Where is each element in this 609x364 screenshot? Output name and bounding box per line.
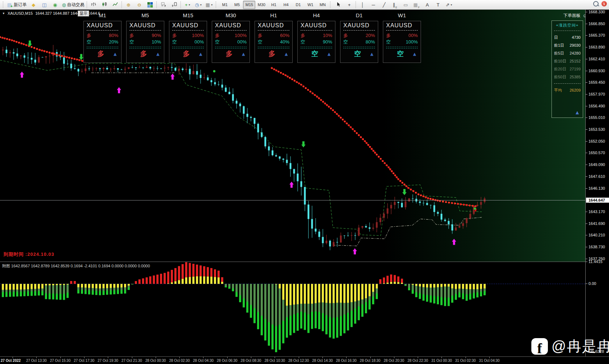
equidistant-channel-button[interactable]: ∥E — [389, 1, 400, 9]
signal-panel-w1: XAUUSD多00%空100%空▲ — [383, 21, 421, 63]
vertical-line-button[interactable]: │ — [357, 1, 368, 9]
symbol-period: XAUUSD,M15 — [8, 11, 33, 15]
notification-badge[interactable]: 1 — [601, 1, 607, 6]
timeframe-button-m15[interactable]: M15 — [243, 1, 255, 9]
histogram-canvas[interactable] — [0, 262, 585, 356]
long-pct: 10% — [323, 32, 332, 39]
collapse-triangle-icon[interactable]: ▼ — [2, 12, 5, 15]
label-button[interactable]: T — [432, 1, 443, 9]
cursor-button[interactable] — [333, 1, 344, 9]
short-pct: 100% — [406, 39, 418, 45]
time-label: 27 Oct 15:30 — [50, 359, 70, 363]
horizontal-line-button[interactable]: ─ — [368, 1, 379, 9]
indicator-tick: 0.00 — [589, 281, 596, 286]
panel-timeframe-label: W1 — [383, 12, 421, 18]
short-row: 空00% — [172, 39, 204, 45]
timeframe-button-h4[interactable]: H4 — [280, 1, 292, 9]
bar-chart-button[interactable] — [88, 1, 99, 9]
indicator-pane[interactable] — [0, 262, 585, 356]
indicators-button[interactable]: +▾ — [182, 1, 193, 9]
divider — [215, 30, 247, 31]
zoom-out-button[interactable]: ⊖ — [134, 1, 145, 9]
candlestick-chart-button[interactable] — [99, 1, 110, 9]
current-price-badge: 1644.647 — [586, 198, 609, 203]
price-tick: 1655.010 — [589, 115, 605, 120]
fibonacci-button[interactable]: ▦F — [411, 1, 422, 9]
timeframe-button-m1[interactable]: M1 — [219, 1, 231, 9]
timeframe-button-w1[interactable]: W1 — [304, 1, 316, 9]
timeframe-button-d1[interactable]: D1 — [292, 1, 304, 9]
templates-button[interactable]: ▦▾ — [203, 1, 214, 9]
signal-row: 多▲ — [215, 49, 247, 58]
arrows-button[interactable]: ⇗▾ — [443, 1, 454, 9]
auto-trading-button[interactable]: ◍自动交易 — [60, 1, 86, 9]
crosshair-button[interactable]: + — [344, 1, 354, 9]
time-tick — [108, 357, 108, 358]
new-order-button[interactable]: ▤+新订单 — [6, 1, 28, 9]
long-row: 多20% — [343, 32, 375, 39]
panel-triangle-icon[interactable]: ▲ — [198, 51, 203, 57]
panel-triangle-icon[interactable]: ▲ — [369, 51, 374, 57]
text-button[interactable]: A — [422, 1, 432, 9]
zoom-in-button[interactable]: ⊕ — [123, 1, 134, 9]
trendline-button[interactable]: ╱ — [379, 1, 389, 9]
time-label: 28 Oct 04:30 — [193, 359, 214, 363]
time-label: 28 Oct 20:30 — [384, 359, 404, 363]
panel-timeframe-label: M30 — [212, 12, 250, 18]
toolbar-separator — [156, 1, 157, 8]
time-label: 31 Oct 02:30 — [455, 359, 476, 363]
signal-panel-m5: XAUUSD多90%空10%多▲ — [126, 21, 164, 63]
time-tick — [370, 357, 371, 358]
panel-triangle-icon[interactable]: ▲ — [284, 51, 289, 57]
range-label: 前50日 — [554, 73, 566, 81]
timeframe-button-mn[interactable]: MN — [316, 1, 329, 9]
periods-button[interactable]: ◷▾ — [193, 1, 203, 9]
timeframe-button-h1[interactable]: H1 — [267, 1, 280, 9]
order-panel-button[interactable]: 下单面板 ☺ — [563, 13, 587, 19]
rectangle-button[interactable]: ▭ — [400, 1, 411, 9]
chart-shift-button[interactable] — [169, 1, 179, 9]
watermark: f @冉是冉 — [531, 336, 609, 356]
long-label: 多 — [172, 32, 177, 39]
data-window-button[interactable]: ◫ — [39, 1, 50, 9]
search-icon[interactable] — [593, 1, 599, 6]
panel-triangle-icon[interactable]: ▲ — [113, 51, 118, 57]
panel-symbol: XAUUSD — [386, 22, 418, 29]
panel-timeframe-label: D1 — [340, 12, 378, 18]
panel-triangle-icon[interactable]: ▲ — [241, 51, 246, 57]
timeframe-button-m30[interactable]: M30 — [255, 1, 267, 9]
short-row: 空40% — [258, 39, 289, 45]
panel-triangle-icon[interactable]: ▲ — [574, 109, 580, 115]
short-pct: 00% — [194, 39, 204, 45]
market-watch-button[interactable]: ◆ — [28, 1, 39, 9]
tile-windows-button[interactable] — [145, 1, 155, 9]
panel-triangle-icon[interactable]: ▲ — [155, 51, 160, 57]
time-tick — [13, 357, 13, 358]
divider — [554, 31, 581, 31]
price-tick: 1657.970 — [589, 92, 605, 96]
time-label: 28 Oct 10:30 — [265, 359, 285, 363]
signal-value: 多 — [97, 49, 104, 59]
short-row: 空00% — [215, 39, 247, 45]
price-tick: 1647.610 — [589, 174, 605, 179]
chevron-down-icon: ▾ — [450, 3, 452, 6]
time-axis[interactable]: 27 Oct 202227 Oct 13:3027 Oct 15:3027 Oc… — [0, 356, 609, 364]
divider — [386, 47, 418, 49]
signal-panel-d1: XAUUSD多20%空80%空▲ — [340, 21, 378, 63]
panel-triangle-icon[interactable]: ▲ — [412, 51, 417, 57]
short-pct: 40% — [280, 39, 289, 45]
panel-symbol: XAUUSD — [258, 22, 289, 29]
auto-scroll-button[interactable] — [158, 1, 169, 9]
price-scale[interactable]: 1668.3301666.8501665.3701663.8901662.410… — [585, 10, 609, 364]
short-pct: 10% — [152, 39, 161, 45]
signal-value: 多 — [183, 49, 190, 59]
divider — [301, 47, 332, 49]
average-value: 26209 — [569, 86, 581, 94]
long-pct: 80% — [109, 32, 118, 39]
panel-triangle-icon[interactable]: ▲ — [326, 51, 331, 57]
range-value: 29030 — [569, 41, 581, 49]
line-chart-button[interactable] — [110, 1, 120, 9]
timeframe-button-m5[interactable]: M5 — [231, 1, 243, 9]
panel-symbol: XAUUSD — [129, 22, 161, 29]
signal-button[interactable]: ◉ — [50, 1, 60, 9]
